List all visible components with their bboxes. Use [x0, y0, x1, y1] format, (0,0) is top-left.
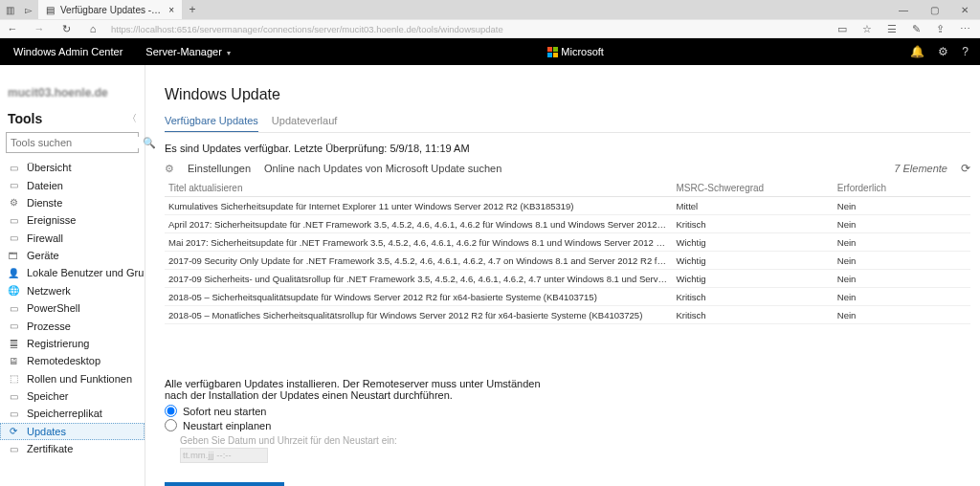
- app-brand[interactable]: Windows Admin Center: [0, 46, 136, 57]
- nav-forward-icon: →: [31, 23, 48, 34]
- restart-now-radio[interactable]: [165, 405, 177, 417]
- table-cell-required: Nein: [834, 270, 970, 288]
- sidebar-item-label: Registrierung: [27, 338, 89, 349]
- sidebar-item[interactable]: ▭Speicher: [0, 387, 145, 405]
- sidebar-item-label: Netzwerk: [27, 285, 71, 297]
- tab[interactable]: Verfügbare Updates: [165, 115, 258, 132]
- sidebar-item-label: PowerShell: [27, 302, 80, 314]
- sidebar-item[interactable]: ▭Zertifikate: [0, 440, 145, 457]
- date-hint: Geben Sie Datum und Uhrzeit für den Neus…: [180, 435, 547, 446]
- restart-schedule-label: Neustart einplanen: [183, 420, 271, 431]
- sidebar-item-label: Geräte: [27, 250, 59, 261]
- refresh-icon[interactable]: ⟳: [961, 162, 970, 175]
- sidebar-item[interactable]: 🖥Remotedesktop: [0, 352, 145, 369]
- main-panel: Windows Update Verfügbare UpdatesUpdatev…: [145, 65, 980, 486]
- sidebar-item[interactable]: ⟳Updates: [0, 423, 145, 440]
- sidebar-item[interactable]: ▭Übersicht: [0, 159, 145, 176]
- sidebar-item[interactable]: ▭Ereignisse: [0, 211, 145, 229]
- sidebar-search-input[interactable]: [11, 137, 143, 148]
- sidebar-item[interactable]: ▭PowerShell: [0, 299, 145, 317]
- new-tab-button[interactable]: +: [182, 0, 203, 19]
- close-tab-icon[interactable]: ×: [168, 5, 174, 15]
- sidebar-item[interactable]: 👤Lokale Benutzer und Gruppen: [0, 264, 145, 281]
- table-cell-title: 2018-05 – Monatliches Sicherheitsqualitä…: [165, 306, 672, 324]
- table-row[interactable]: Kumulatives Sicherheitsupdate für Intern…: [165, 197, 970, 215]
- table-row[interactable]: 2017-09 Security Only Update for .NET Fr…: [165, 252, 970, 270]
- restart-datetime-input: tt.mm.jjj --:--: [180, 448, 268, 463]
- nav-back-icon[interactable]: ←: [4, 23, 21, 34]
- tab[interactable]: Updateverlauf: [272, 115, 338, 132]
- chevron-down-icon[interactable]: ▾: [227, 49, 231, 57]
- settings-command[interactable]: Einstellungen: [188, 163, 251, 174]
- browser-address-bar: ← → ↻ ⌂ https://localhost:6516/serverman…: [0, 19, 980, 38]
- sidebar-item-label: Dateien: [27, 180, 63, 191]
- sidebar-item-icon: ▭: [8, 409, 19, 419]
- settings-icon[interactable]: ⚙: [938, 45, 948, 58]
- sidebar-item-icon: ▭: [8, 391, 19, 402]
- sidebar-item-label: Speicher: [27, 390, 68, 402]
- url-field[interactable]: https://localhost:6516/servermanager/con…: [111, 24, 822, 34]
- col-required[interactable]: Erforderlich: [834, 179, 970, 197]
- sidebar-item-label: Remotedesktop: [27, 355, 100, 366]
- hub-icon[interactable]: ☰: [887, 23, 897, 35]
- breadcrumb-label[interactable]: Server-Manager: [145, 46, 221, 57]
- sidebar-collapse-icon[interactable]: 〈: [127, 112, 137, 125]
- table-cell-required: Nein: [834, 233, 970, 252]
- sidebar-item[interactable]: 🗔Geräte: [0, 247, 145, 264]
- favorite-icon[interactable]: ☆: [862, 23, 872, 35]
- notifications-icon[interactable]: 🔔: [910, 45, 924, 58]
- command-bar: ⚙ Einstellungen Online nach Updates von …: [165, 162, 970, 175]
- table-row[interactable]: 2018-05 – Sicherheitsqualitätsupdate für…: [165, 288, 970, 306]
- notes-icon[interactable]: ✎: [912, 23, 921, 35]
- share-icon[interactable]: ⇪: [936, 23, 945, 35]
- table-row[interactable]: 2018-05 – Monatliches Sicherheitsqualitä…: [165, 306, 970, 324]
- set-aside-tabs-icon[interactable]: ▻: [19, 0, 38, 19]
- sidebar-item-label: Speicherreplikat: [27, 408, 102, 419]
- sidebar-item[interactable]: ▭Speicherreplikat: [0, 405, 145, 422]
- microsoft-logo-icon: [546, 46, 558, 57]
- install-updates-button[interactable]: Updates installieren: [165, 482, 284, 486]
- window-minimize-button[interactable]: —: [888, 0, 919, 19]
- sidebar-item[interactable]: ▭Firewall: [0, 230, 145, 247]
- col-title[interactable]: Titel aktualisieren: [165, 179, 672, 197]
- breadcrumb: Server-Manager ▾: [136, 46, 240, 57]
- sidebar-item-label: Updates: [27, 426, 66, 437]
- search-online-command[interactable]: Online nach Updates von Microsoft Update…: [264, 163, 501, 174]
- table-row[interactable]: Mai 2017: Sicherheitsupdate für .NET Fra…: [165, 233, 970, 252]
- sidebar-item[interactable]: ▭Dateien: [0, 176, 145, 193]
- sidebar-item-icon: 👤: [8, 268, 19, 278]
- sidebar-item-icon: 🗔: [8, 251, 19, 261]
- sidebar-item-icon: 🖥: [8, 356, 19, 366]
- tab-title: Verfügbare Updates - U…: [60, 5, 163, 15]
- nav-reload-icon[interactable]: ↻: [57, 23, 75, 35]
- sidebar-item-label: Ereignisse: [27, 214, 76, 226]
- sidebar-item[interactable]: 🌐Netzwerk: [0, 282, 145, 299]
- more-icon[interactable]: ⋯: [960, 23, 970, 35]
- sidebar-item[interactable]: ▭Prozesse: [0, 317, 145, 334]
- status-line: Es sind Updates verfügbar. Letzte Überpr…: [165, 143, 970, 154]
- sidebar-item-icon: ▭: [8, 303, 19, 314]
- window-close-button[interactable]: ✕: [949, 0, 980, 19]
- window-maximize-button[interactable]: ▢: [919, 0, 949, 19]
- sidebar-item[interactable]: ⬚Rollen und Funktionen: [0, 370, 145, 387]
- tabs-overview-icon[interactable]: ▥: [0, 0, 19, 19]
- browser-tab[interactable]: ▤ Verfügbare Updates - U… ×: [38, 0, 182, 19]
- sidebar-item-icon: ⚙: [8, 197, 19, 208]
- table-row[interactable]: 2017-09 Sicherheits- und Qualitätsrollup…: [165, 270, 970, 288]
- restart-now-option[interactable]: Sofort neu starten: [165, 405, 547, 417]
- sidebar-search[interactable]: 🔍: [6, 132, 139, 153]
- restart-schedule-radio[interactable]: [165, 419, 177, 431]
- item-count: 7 Elemente: [894, 163, 947, 174]
- reading-view-icon[interactable]: ▭: [837, 23, 847, 35]
- sidebar-item-icon: ䷀: [8, 338, 19, 348]
- table-row[interactable]: April 2017: Sicherheitsupdate für .NET F…: [165, 215, 970, 233]
- help-icon[interactable]: ?: [962, 45, 969, 58]
- col-severity[interactable]: MSRC-Schweregrad: [672, 179, 833, 197]
- browser-tabstrip: ▥ ▻ ▤ Verfügbare Updates - U… × + — ▢ ✕: [0, 0, 980, 19]
- sidebar-item[interactable]: ䷀Registrierung: [0, 335, 145, 352]
- page-tabs: Verfügbare UpdatesUpdateverlauf: [165, 115, 970, 133]
- restart-schedule-option[interactable]: Neustart einplanen: [165, 419, 547, 431]
- nav-home-icon[interactable]: ⌂: [84, 23, 101, 34]
- table-cell-severity: Mittel: [672, 197, 833, 215]
- sidebar-item[interactable]: ⚙Dienste: [0, 194, 145, 211]
